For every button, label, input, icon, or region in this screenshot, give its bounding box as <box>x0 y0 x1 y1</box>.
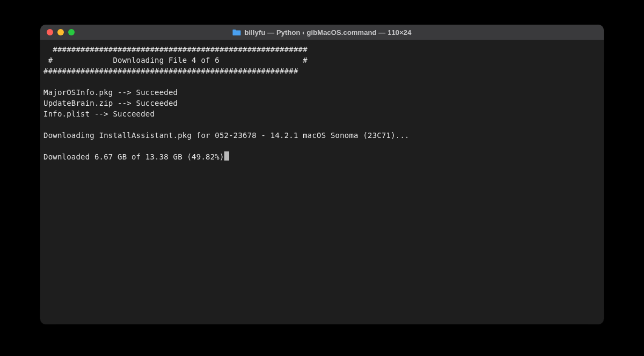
title-bar[interactable]: billyfu — Python ‹ gibMacOS.command — 11… <box>40 25 604 40</box>
minimize-button[interactable] <box>57 29 64 35</box>
window-title-text: billyfu — Python ‹ gibMacOS.command — 11… <box>244 28 411 37</box>
terminal-window: billyfu — Python ‹ gibMacOS.command — 11… <box>40 25 604 324</box>
progress-line: Downloaded 6.67 GB of 13.38 GB (49.82%) <box>43 152 224 161</box>
header-text: # Downloading File 4 of 6 # <box>43 56 308 64</box>
cursor <box>224 151 229 161</box>
window-title: billyfu — Python ‹ gibMacOS.command — 11… <box>40 28 604 37</box>
maximize-button[interactable] <box>68 29 75 35</box>
close-button[interactable] <box>47 29 53 35</box>
header-border-bottom: ########################################… <box>43 67 298 75</box>
file-status-2: UpdateBrain.zip --> Succeeded <box>43 99 178 107</box>
traffic-lights <box>47 29 75 35</box>
downloading-line: Downloading InstallAssistant.pkg for 052… <box>43 131 409 140</box>
terminal-body[interactable]: ########################################… <box>40 40 604 324</box>
file-status-3: Info.plist --> Succeeded <box>43 110 155 118</box>
header-border-top: ########################################… <box>43 45 308 54</box>
file-status-1: MajorOSInfo.pkg --> Succeeded <box>43 88 178 97</box>
folder-icon <box>232 29 241 36</box>
